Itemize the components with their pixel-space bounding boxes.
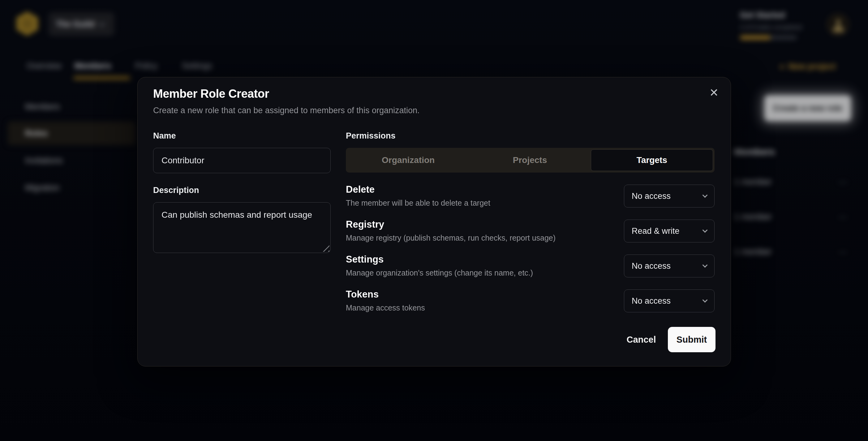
permissions-label: Permissions [346,131,396,141]
dialog-subtitle: Create a new role that can be assigned t… [153,106,420,115]
chevron-down-icon [703,297,708,303]
member-role-creator-dialog: ✕ Member Role Creator Create a new role … [137,77,731,367]
tab-organization[interactable]: Organization [347,149,469,171]
name-label: Name [153,131,176,141]
selected-value: No access [632,191,671,201]
submit-button[interactable]: Submit [668,327,715,352]
delete-access-select[interactable]: No access [624,185,715,208]
permission-row-settings: Settings Manage organization's settings … [346,254,715,285]
name-input[interactable] [153,148,331,173]
selected-value: Read & write [632,226,680,236]
chevron-down-icon [703,228,708,233]
description-input[interactable] [153,202,331,253]
close-icon[interactable]: ✕ [707,85,721,100]
permissions-tabbar: Organization Projects Targets [346,148,715,172]
tab-targets[interactable]: Targets [591,149,713,171]
permission-row-tokens: Tokens Manage access tokens No access [346,289,715,320]
tab-projects[interactable]: Projects [469,149,591,171]
tokens-access-select[interactable]: No access [624,289,715,312]
dialog-title: Member Role Creator [153,87,269,100]
description-label: Description [153,186,199,195]
registry-access-select[interactable]: Read & write [624,220,715,243]
cancel-button[interactable]: Cancel [626,327,657,352]
selected-value: No access [632,296,671,306]
selected-value: No access [632,261,671,271]
permission-row-delete: Delete The member will be able to delete… [346,184,715,215]
chevron-down-icon [703,193,708,198]
settings-access-select[interactable]: No access [624,254,715,277]
chevron-down-icon [703,262,708,268]
permission-row-registry: Registry Manage registry (publish schema… [346,219,715,250]
